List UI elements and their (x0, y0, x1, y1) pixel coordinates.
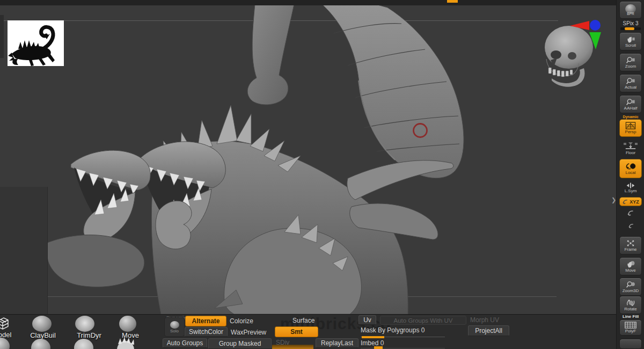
rotate-label: Rotate (624, 307, 637, 311)
xyz-button[interactable]: XYZ (619, 197, 642, 206)
rotate-mode-icon-2[interactable] (628, 221, 634, 231)
dynamic-persp-label: Dynamic (617, 115, 644, 119)
actual-label: Actual (625, 85, 636, 90)
alternate-button[interactable]: Alternate (185, 316, 226, 326)
waxpreview-toggle[interactable]: WaxPreview (231, 329, 266, 336)
floor-button[interactable]: Floor (619, 143, 642, 157)
model-arm (247, 5, 294, 105)
group-masked-button[interactable]: Group Masked (208, 338, 272, 349)
brush-thumb-trimdynamic[interactable] (75, 316, 94, 332)
rotate-mode-icon[interactable] (627, 209, 634, 219)
brush-thumb-move[interactable] (119, 316, 136, 332)
frame-button[interactable]: Frame (619, 236, 642, 255)
frame-icon (626, 239, 635, 247)
morph-uv-button[interactable]: Morph UV (470, 316, 499, 324)
solo-sphere-icon (170, 321, 179, 329)
brush-thumb-row2-spiky[interactable] (115, 338, 136, 349)
zoom-button[interactable]: Zoom (619, 53, 642, 71)
canvas-viewport[interactable] (0, 5, 616, 314)
spix-label: SPix 3 (617, 20, 644, 26)
zoom3d-label: Zoom3D (623, 289, 639, 293)
polyf-button[interactable]: PolyF (619, 319, 642, 336)
panel-divider-handle[interactable]: ❯ (611, 197, 616, 203)
bpr-label: BPR (627, 12, 634, 16)
mask-by-polygroups-slider-fill (362, 336, 384, 338)
imbed-slider-label[interactable]: Imbed 0 (361, 339, 384, 347)
frame-label: Frame (624, 248, 636, 252)
scroll-label: Scroll (625, 43, 636, 48)
auto-groups-button[interactable]: Auto Groups (163, 338, 207, 348)
rotate-button[interactable]: Rotate (619, 296, 642, 314)
top-bar (0, 0, 644, 5)
line-fill-label: Line Fill (617, 314, 644, 319)
sidebar-button-partial[interactable] (619, 339, 642, 349)
move-label: Move (625, 268, 636, 273)
local-pivot-icon (625, 162, 636, 170)
xyz-label: XYZ (630, 200, 639, 204)
switchcolor-button[interactable]: SwitchColor (185, 327, 228, 337)
actual-magnifier-icon (625, 77, 636, 85)
smt-button[interactable]: Smt (275, 326, 318, 337)
persp-button[interactable]: Persp (619, 119, 642, 137)
imbed-slider[interactable] (361, 348, 445, 348)
spix-slider[interactable] (620, 27, 641, 30)
sdiv-slider[interactable] (272, 345, 313, 349)
brush-thumb-row2[interactable] (31, 339, 50, 349)
xyz-rotate-icon (622, 199, 628, 205)
right-shelf: BPR SPix 3 Scroll Zoom Actual AAHalf Dyn… (616, 0, 644, 349)
floor-grid-icon (625, 144, 636, 150)
lsym-label: L.Sym (625, 189, 637, 193)
left-tray-margin (0, 187, 48, 314)
sculpt-model-scorpion-creature[interactable] (0, 5, 616, 314)
colorize-toggle[interactable]: Colorize (230, 317, 253, 325)
zoom-magnifier-icon (625, 56, 636, 64)
local-button[interactable]: Local (619, 159, 642, 178)
brush-label-claybuildup: ClayBuil (19, 331, 67, 339)
brush-thumb-claybuildup[interactable] (32, 316, 52, 332)
mask-by-polygroups-slider-label[interactable]: Mask By Polygroups 0 (361, 326, 425, 334)
actual-button[interactable]: Actual (619, 74, 642, 92)
left-edge-tab (0, 15, 4, 58)
projectall-button[interactable]: ProjectAll (468, 325, 509, 336)
zoom-label: Zoom (625, 64, 636, 69)
polyf-label: PolyF (625, 329, 636, 333)
aahalf-label: AAHalf (624, 106, 638, 111)
scroll-hand-icon (625, 35, 636, 43)
surface-section-label: Surface (292, 317, 314, 324)
bpr-button[interactable]: BPR (619, 1, 642, 19)
model-head-front (71, 150, 150, 241)
model-leg-spike (347, 161, 453, 200)
spix-slider-fill (625, 27, 634, 30)
imbed-slider-handle[interactable] (374, 346, 383, 349)
replaylast-button[interactable]: ReplayLast (316, 338, 358, 348)
timeline-marker[interactable] (447, 0, 458, 3)
symmetry-arrows-icon (624, 183, 637, 188)
aahalf-magnifier-icon (625, 98, 636, 106)
zoom3d-magnifier-icon (625, 281, 636, 288)
aahalf-button[interactable]: AAHalf (619, 95, 642, 113)
brush-thumb-partial[interactable] (0, 316, 10, 330)
move-button[interactable]: Move (619, 257, 642, 275)
local-label: Local (625, 171, 635, 175)
uv-button[interactable]: Uv (358, 315, 376, 325)
polyframe-grid-icon (624, 322, 637, 329)
model-tail (322, 5, 464, 178)
solo-label: Solo (170, 329, 179, 333)
auto-groups-with-uv-button[interactable]: Auto Groups With UV (380, 316, 466, 325)
solo-button[interactable]: Solo (164, 317, 185, 337)
reference-thumbnail-scorpion (8, 20, 64, 66)
rotate-sphere-icon (625, 299, 636, 307)
skull-reference-image (545, 26, 593, 87)
brush-thumb-row2[interactable] (0, 338, 10, 349)
brush-thumb-row2[interactable] (74, 339, 93, 349)
bottom-tray: minibricks.co odel ClayBuil TrimDyr Move… (0, 314, 616, 349)
zoom3d-button[interactable]: Zoom3D (619, 278, 642, 296)
floor-label: Floor (626, 151, 635, 155)
move-hand-icon (625, 260, 636, 268)
model-left-limb (47, 235, 144, 287)
lsym-button[interactable]: L.Sym (619, 181, 642, 195)
perspective-grid-icon (625, 122, 636, 129)
persp-label: Persp (625, 130, 636, 134)
scroll-button[interactable]: Scroll (619, 32, 642, 50)
